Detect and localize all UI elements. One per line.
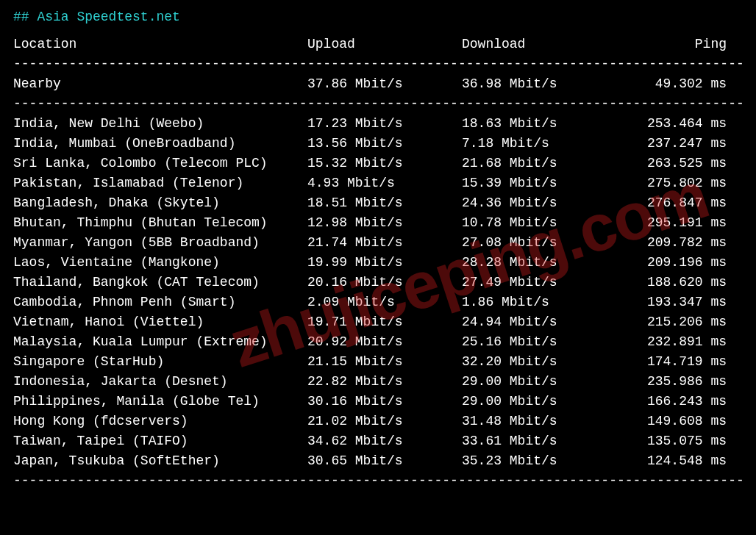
cell-location: Thailand, Bangkok (CAT Telecom) [13,273,307,292]
cell-ping: 232.891 ms [609,332,727,352]
table-row: Bangladesh, Dhaka (Skytel)18.51 Mbit/s24… [13,193,743,213]
cell-location: Laos, Vientaine (Mangkone) [13,253,307,273]
cell-download: 10.78 Mbit/s [462,213,609,233]
table-row: Bhutan, Thimphu (Bhutan Telecom)12.98 Mb… [13,213,743,233]
cell-upload: 15.32 Mbit/s [307,154,462,173]
cell-location: Vietnam, Hanoi (Viettel) [13,312,307,332]
cell-ping: 235.986 ms [609,372,727,392]
cell-upload: 34.62 Mbit/s [307,431,462,451]
cell-download: 32.20 Mbit/s [462,352,609,372]
cell-download: 1.86 Mbit/s [462,292,609,312]
cell-ping: 253.464 ms [609,114,727,134]
cell-ping: 263.525 ms [609,154,727,173]
cell-ping: 295.191 ms [609,213,727,233]
cell-location: Malaysia, Kuala Lumpur (Extreme) [13,332,307,352]
cell-ping: 209.782 ms [609,233,727,253]
col-location: Location [13,35,307,54]
cell-download: 27.49 Mbit/s [462,273,609,292]
cell-ping: 276.847 ms [609,193,727,213]
nearby-row: Nearby 37.86 Mbit/s 36.98 Mbit/s 49.302 … [13,74,743,94]
table-row: Cambodia, Phnom Penh (Smart)2.09 Mbit/s1… [13,292,743,312]
col-upload: Upload [307,35,462,54]
cell-upload: 21.15 Mbit/s [307,352,462,372]
cell-upload: 20.16 Mbit/s [307,273,462,292]
table-row: Singapore (StarHub)21.15 Mbit/s32.20 Mbi… [13,352,743,372]
table-row: Vietnam, Hanoi (Viettel)19.71 Mbit/s24.9… [13,312,743,332]
table-row: India, New Delhi (Weebo)17.23 Mbit/s18.6… [13,114,743,134]
divider: ----------------------------------------… [13,54,743,74]
cell-upload: 4.93 Mbit/s [307,173,462,193]
cell-download: 36.98 Mbit/s [462,74,609,94]
cell-upload: 17.23 Mbit/s [307,114,462,134]
cell-upload: 37.86 Mbit/s [307,74,462,94]
cell-download: 28.28 Mbit/s [462,253,609,273]
cell-download: 29.00 Mbit/s [462,392,609,412]
header-row: Location Upload Download Ping [13,35,743,54]
cell-download: 7.18 Mbit/s [462,134,609,154]
cell-ping: 174.719 ms [609,352,727,372]
cell-location: Nearby [13,74,307,94]
cell-location: Pakistan, Islamabad (Telenor) [13,173,307,193]
cell-download: 33.61 Mbit/s [462,431,609,451]
cell-upload: 21.02 Mbit/s [307,412,462,431]
cell-ping: 275.802 ms [609,173,727,193]
table-row: Malaysia, Kuala Lumpur (Extreme)20.92 Mb… [13,332,743,352]
cell-location: Cambodia, Phnom Penh (Smart) [13,292,307,312]
cell-upload: 19.99 Mbit/s [307,253,462,273]
cell-location: Singapore (StarHub) [13,352,307,372]
cell-location: India, New Delhi (Weebo) [13,114,307,134]
cell-upload: 12.98 Mbit/s [307,213,462,233]
cell-location: Bhutan, Thimphu (Bhutan Telecom) [13,213,307,233]
cell-ping: 135.075 ms [609,431,727,451]
cell-upload: 22.82 Mbit/s [307,372,462,392]
cell-download: 25.16 Mbit/s [462,332,609,352]
cell-upload: 30.16 Mbit/s [307,392,462,412]
table-row: Indonesia, Jakarta (Desnet)22.82 Mbit/s2… [13,372,743,392]
cell-upload: 30.65 Mbit/s [307,451,462,471]
cell-location: Japan, Tsukuba (SoftEther) [13,451,307,471]
divider: ----------------------------------------… [13,94,743,114]
cell-location: Indonesia, Jakarta (Desnet) [13,372,307,392]
cell-ping: 237.247 ms [609,134,727,154]
table-row: Myanmar, Yangon (5BB Broadband)21.74 Mbi… [13,233,743,253]
cell-download: 21.68 Mbit/s [462,154,609,173]
cell-upload: 18.51 Mbit/s [307,193,462,213]
table-row: Japan, Tsukuba (SoftEther)30.65 Mbit/s35… [13,451,743,471]
table-row: Thailand, Bangkok (CAT Telecom)20.16 Mbi… [13,273,743,292]
col-ping: Ping [609,35,727,54]
cell-download: 24.94 Mbit/s [462,312,609,332]
cell-location: Bangladesh, Dhaka (Skytel) [13,193,307,213]
cell-upload: 19.71 Mbit/s [307,312,462,332]
cell-location: Taiwan, Taipei (TAIFO) [13,431,307,451]
cell-ping: 124.548 ms [609,451,727,471]
cell-location: Sri Lanka, Colombo (Telecom PLC) [13,154,307,173]
cell-download: 35.23 Mbit/s [462,451,609,471]
cell-download: 18.63 Mbit/s [462,114,609,134]
cell-upload: 20.92 Mbit/s [307,332,462,352]
divider: ----------------------------------------… [13,471,743,491]
table-row: Hong Kong (fdcservers)21.02 Mbit/s31.48 … [13,412,743,431]
cell-ping: 188.620 ms [609,273,727,292]
cell-download: 15.39 Mbit/s [462,173,609,193]
cell-ping: 193.347 ms [609,292,727,312]
cell-download: 29.00 Mbit/s [462,372,609,392]
cell-ping: 209.196 ms [609,253,727,273]
section-title: ## Asia Speedtest.net [13,7,743,27]
cell-ping: 166.243 ms [609,392,727,412]
cell-location: Hong Kong (fdcservers) [13,412,307,431]
cell-download: 24.36 Mbit/s [462,193,609,213]
table-row: Philippines, Manila (Globe Tel)30.16 Mbi… [13,392,743,412]
table-row: Laos, Vientaine (Mangkone)19.99 Mbit/s28… [13,253,743,273]
table-row: Taiwan, Taipei (TAIFO)34.62 Mbit/s33.61 … [13,431,743,451]
cell-upload: 13.56 Mbit/s [307,134,462,154]
cell-upload: 21.74 Mbit/s [307,233,462,253]
table-row: Sri Lanka, Colombo (Telecom PLC)15.32 Mb… [13,154,743,173]
results-table: India, New Delhi (Weebo)17.23 Mbit/s18.6… [13,114,743,471]
table-row: India, Mumbai (OneBroadband)13.56 Mbit/s… [13,134,743,154]
cell-download: 31.48 Mbit/s [462,412,609,431]
cell-upload: 2.09 Mbit/s [307,292,462,312]
cell-download: 27.08 Mbit/s [462,233,609,253]
cell-ping: 49.302 ms [609,74,727,94]
col-download: Download [462,35,609,54]
cell-ping: 215.206 ms [609,312,727,332]
